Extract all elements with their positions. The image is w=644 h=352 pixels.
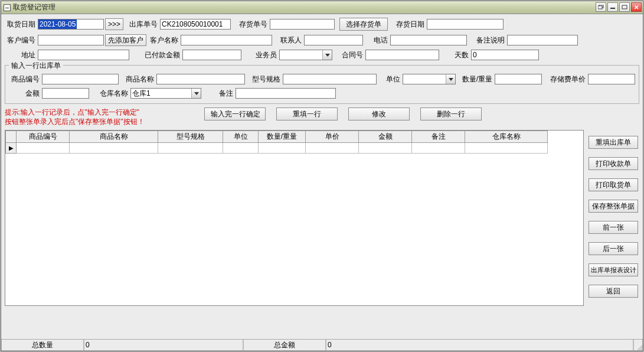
note-label: 备注 <box>210 89 236 99</box>
address-input[interactable] <box>38 50 129 60</box>
save-all-button[interactable]: 保存整张单据 <box>589 200 638 213</box>
qty-label: 数量/重量 <box>458 74 495 84</box>
status-bar: 总数量 0 总金额 0 <box>1 339 643 351</box>
row-pointer-icon: ▶ <box>6 143 17 154</box>
resize-grip-icon[interactable] <box>633 340 643 351</box>
table-row[interactable]: ▶ <box>6 143 548 154</box>
svg-rect-1 <box>598 6 602 9</box>
amount-label: 金额 <box>9 89 42 99</box>
col-qty[interactable]: 数量/重量 <box>259 131 306 143</box>
restore-down-button[interactable] <box>596 2 606 12</box>
total-amt-label: 总金额 <box>243 340 326 351</box>
phone-input[interactable] <box>390 35 467 45</box>
window-icon: – <box>4 4 11 11</box>
contact-label: 联系人 <box>276 35 304 45</box>
side-actions: 重填出库单 打印收款单 打印取货单 保存整张单据 前一张 后一张 出库单报表设计… <box>584 130 639 306</box>
app-window: – 取货登记管理 ✕ 取货日期 2021-08-05 >>> 出库单号 <box>1 1 643 351</box>
total-qty-value: 0 <box>84 340 243 351</box>
pickup-date-label: 取货日期 <box>5 19 38 30</box>
product-name-label: 商品名称 <box>121 74 156 84</box>
back-button[interactable]: 返回 <box>589 285 638 298</box>
chevron-down-icon[interactable] <box>322 50 332 60</box>
pickup-date-field[interactable]: 2021-08-05 <box>38 19 104 30</box>
next-button[interactable]: 后一张 <box>589 242 638 255</box>
contact-input[interactable] <box>304 35 363 45</box>
table-header-row: 商品编号 商品名称 型号规格 单位 数量/重量 单价 金额 备注 仓库名称 <box>6 131 548 143</box>
spec-label: 型号规格 <box>247 74 283 84</box>
row-header-corner <box>6 131 17 143</box>
warehouse-label: 仓库名称 <box>94 89 130 99</box>
customer-name-label: 客户名称 <box>148 35 181 45</box>
close-button[interactable]: ✕ <box>631 2 642 12</box>
group-legend: 输入一行出库单 <box>9 61 63 71</box>
select-stock-button[interactable]: 选择存货单 <box>339 18 388 31</box>
col-remark[interactable]: 备注 <box>412 131 465 143</box>
window-title: 取货登记管理 <box>13 2 55 12</box>
customer-name-input[interactable] <box>181 35 272 45</box>
chevron-down-icon[interactable] <box>191 89 201 98</box>
product-no-label: 商品编号 <box>9 74 42 84</box>
paid-label: 已付款金额 <box>135 50 182 60</box>
remark-input[interactable] <box>507 35 578 45</box>
svg-rect-3 <box>622 5 627 9</box>
days-label: 天数 <box>445 50 471 60</box>
add-customer-button[interactable]: 先添加客户 <box>105 34 146 46</box>
storage-price-label: 存储费单价 <box>544 74 588 84</box>
outbound-no-input[interactable] <box>160 19 231 30</box>
stock-no-input[interactable] <box>270 19 335 30</box>
refill-all-button[interactable]: 重填出库单 <box>589 136 638 149</box>
titlebar: – 取货登记管理 ✕ <box>1 1 643 14</box>
refill-line-button[interactable]: 重填一行 <box>276 107 338 120</box>
col-unit[interactable]: 单位 <box>223 131 259 143</box>
note-input[interactable] <box>236 88 336 99</box>
pickup-date-value[interactable]: 2021-08-05 <box>38 19 77 29</box>
report-design-button[interactable]: 出库单报表设计 <box>589 263 638 276</box>
col-price[interactable]: 单价 <box>306 131 359 143</box>
salesman-select[interactable] <box>279 50 332 60</box>
col-warehouse[interactable]: 仓库名称 <box>465 131 548 143</box>
maximize-button[interactable] <box>619 2 630 12</box>
print-receipt-button[interactable]: 打印收款单 <box>589 157 638 170</box>
confirm-line-button[interactable]: 输入完一行确定 <box>204 107 266 120</box>
amount-input[interactable] <box>42 88 89 99</box>
chevron-down-icon[interactable] <box>446 74 455 84</box>
contract-input[interactable] <box>365 50 439 60</box>
hint-line1: 提示:输入一行记录后，点"输入完一行确定" <box>5 107 194 117</box>
col-product-name[interactable]: 商品名称 <box>70 131 158 143</box>
lines-grid[interactable]: 商品编号 商品名称 型号规格 单位 数量/重量 单价 金额 备注 仓库名称 <box>5 130 584 306</box>
stock-no-label: 存货单号 <box>234 19 270 30</box>
outbound-no-label: 出库单号 <box>125 19 160 30</box>
warehouse-select-input[interactable] <box>131 89 191 98</box>
delete-line-button[interactable]: 删除一行 <box>420 107 482 120</box>
remark-label: 备注说明 <box>472 35 507 45</box>
spec-input[interactable] <box>283 74 377 84</box>
salesman-select-input[interactable] <box>280 50 322 60</box>
customer-no-input[interactable] <box>38 35 104 45</box>
col-amount[interactable]: 金额 <box>359 131 412 143</box>
modify-line-button[interactable]: 修改 <box>348 107 410 120</box>
client-area: 取货日期 2021-08-05 >>> 出库单号 存货单号 选择存货单 存货日期… <box>1 14 643 351</box>
stock-date-input[interactable] <box>427 19 504 30</box>
unit-select[interactable] <box>403 74 456 84</box>
product-name-input[interactable] <box>156 74 245 84</box>
col-product-no[interactable]: 商品编号 <box>17 131 70 143</box>
total-amt-value: 0 <box>326 340 633 351</box>
product-no-input[interactable] <box>42 74 119 84</box>
prev-button[interactable]: 前一张 <box>589 221 638 234</box>
paid-input[interactable] <box>182 50 241 60</box>
total-qty-label: 总数量 <box>1 340 84 351</box>
print-pickup-button[interactable]: 打印取货单 <box>589 178 638 191</box>
warehouse-select[interactable] <box>130 88 201 99</box>
hint-line2: 按钮整张单录入完后点"保存整张单据"按钮！ <box>5 117 194 126</box>
minimize-button[interactable] <box>607 2 618 12</box>
col-spec[interactable]: 型号规格 <box>158 131 223 143</box>
unit-label: 单位 <box>379 74 403 84</box>
date-more-button[interactable]: >>> <box>105 18 123 30</box>
qty-input[interactable] <box>495 74 542 84</box>
days-input[interactable] <box>471 50 539 60</box>
stock-date-label: 存货日期 <box>391 19 427 30</box>
salesman-label: 业务员 <box>247 50 279 60</box>
storage-price-input[interactable] <box>588 74 635 84</box>
contract-label: 合同号 <box>336 50 365 60</box>
unit-select-input[interactable] <box>403 74 446 84</box>
